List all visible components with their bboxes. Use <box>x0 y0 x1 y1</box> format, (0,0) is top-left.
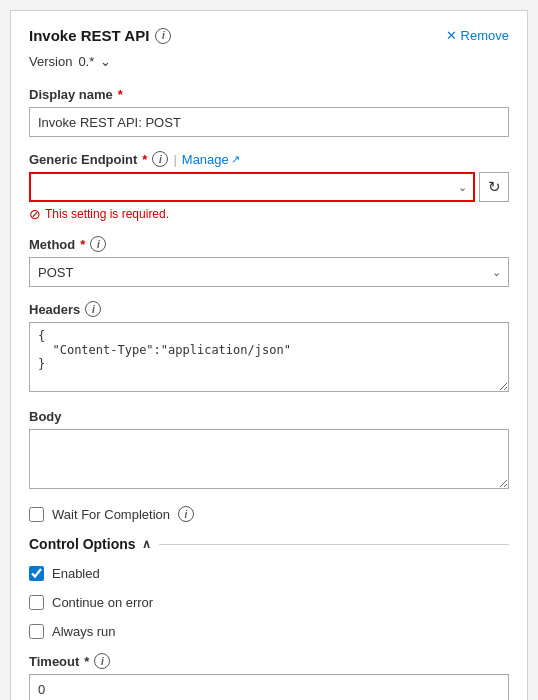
method-required: * <box>80 237 85 252</box>
display-name-label: Display name * <box>29 87 509 102</box>
version-value: 0.* <box>78 54 94 69</box>
endpoint-info-icon[interactable]: i <box>152 151 168 167</box>
enabled-checkbox[interactable] <box>29 566 44 581</box>
method-select-wrap: POST GET PUT DELETE PATCH ⌄ <box>29 257 509 287</box>
body-textarea[interactable] <box>29 429 509 489</box>
remove-button[interactable]: ✕ Remove <box>446 28 509 43</box>
method-field-group: Method * i POST GET PUT DELETE PATCH ⌄ <box>29 236 509 287</box>
display-name-input[interactable] <box>29 107 509 137</box>
headers-textarea[interactable]: { "Content-Type":"application/json" } <box>29 322 509 392</box>
panel-header: Invoke REST API i ✕ Remove <box>29 27 509 44</box>
wait-for-completion-row: Wait For Completion i <box>29 506 509 522</box>
endpoint-label-row: Generic Endpoint * i | Manage ↗ <box>29 151 509 167</box>
control-options-divider-line <box>159 544 509 545</box>
always-run-row: Always run <box>29 624 509 639</box>
endpoint-select-wrap: ⌄ <box>29 172 475 202</box>
chevron-down-icon: ⌄ <box>100 54 111 69</box>
headers-field-group: Headers i { "Content-Type":"application/… <box>29 301 509 395</box>
enabled-label: Enabled <box>52 566 100 581</box>
panel-title-text: Invoke REST API <box>29 27 149 44</box>
invoke-rest-api-panel: Invoke REST API i ✕ Remove Version 0.* ⌄… <box>10 10 528 700</box>
panel-title: Invoke REST API i <box>29 27 171 44</box>
wait-for-completion-label: Wait For Completion <box>52 507 170 522</box>
panel-title-info-icon[interactable]: i <box>155 28 171 44</box>
error-icon: ⊘ <box>29 206 41 222</box>
endpoint-select[interactable] <box>29 172 475 202</box>
continue-on-error-checkbox[interactable] <box>29 595 44 610</box>
control-options-title: Control Options ∧ <box>29 536 151 552</box>
endpoint-refresh-button[interactable]: ↻ <box>479 172 509 202</box>
always-run-checkbox[interactable] <box>29 624 44 639</box>
endpoint-field-group: Generic Endpoint * i | Manage ↗ ⌄ ↻ <box>29 151 509 222</box>
method-label: Method * i <box>29 236 509 252</box>
timeout-field-group: Timeout * i <box>29 653 509 700</box>
endpoint-required: * <box>142 152 147 167</box>
endpoint-label: Generic Endpoint * <box>29 152 147 167</box>
refresh-icon: ↻ <box>488 178 501 196</box>
body-label: Body <box>29 409 509 424</box>
version-row: Version 0.* ⌄ <box>29 54 509 69</box>
endpoint-input-row: ⌄ ↻ <box>29 172 509 202</box>
control-options-divider: Control Options ∧ <box>29 536 509 552</box>
always-run-label: Always run <box>52 624 116 639</box>
timeout-label: Timeout * i <box>29 653 509 669</box>
manage-link[interactable]: Manage ↗ <box>182 152 240 167</box>
continue-on-error-label: Continue on error <box>52 595 153 610</box>
version-dropdown[interactable]: ⌄ <box>100 54 111 69</box>
display-name-required: * <box>118 87 123 102</box>
continue-on-error-row: Continue on error <box>29 595 509 610</box>
enabled-row: Enabled <box>29 566 509 581</box>
timeout-info-icon[interactable]: i <box>94 653 110 669</box>
wait-info-icon[interactable]: i <box>178 506 194 522</box>
method-select[interactable]: POST GET PUT DELETE PATCH <box>29 257 509 287</box>
timeout-required: * <box>84 654 89 669</box>
control-options-collapse-icon[interactable]: ∧ <box>142 537 151 551</box>
version-label: Version <box>29 54 72 69</box>
wait-for-completion-checkbox[interactable] <box>29 507 44 522</box>
headers-info-icon[interactable]: i <box>85 301 101 317</box>
timeout-input[interactable] <box>29 674 509 700</box>
external-link-icon: ↗ <box>231 153 240 166</box>
endpoint-separator: | <box>173 152 176 167</box>
display-name-field-group: Display name * <box>29 87 509 137</box>
close-icon: ✕ <box>446 28 457 43</box>
body-field-group: Body <box>29 409 509 492</box>
endpoint-error-message: ⊘ This setting is required. <box>29 206 509 222</box>
method-info-icon[interactable]: i <box>90 236 106 252</box>
headers-label: Headers i <box>29 301 509 317</box>
remove-label: Remove <box>461 28 509 43</box>
